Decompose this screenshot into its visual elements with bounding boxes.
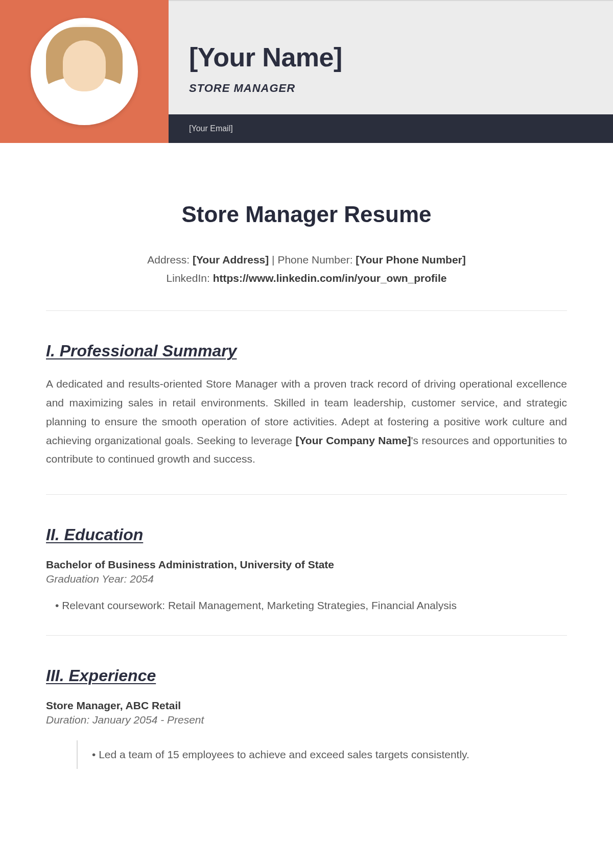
divider (46, 310, 567, 311)
experience-bullets: • Led a team of 15 employees to achieve … (77, 740, 567, 769)
experience-job-title: Store Manager, ABC Retail (46, 700, 567, 712)
contact-separator: | (269, 254, 277, 266)
phone-value: [Your Phone Number] (356, 254, 465, 266)
education-degree: Bachelor of Business Administration, Uni… (46, 559, 567, 571)
section-heading-education: II. Education (46, 525, 567, 544)
company-placeholder: [Your Company Name] (295, 435, 411, 446)
education-grad-year: Graduation Year: 2054 (46, 573, 567, 585)
document-title: Store Manager Resume (46, 202, 567, 227)
candidate-role: STORE MANAGER (189, 82, 593, 95)
linkedin-value: https://www.linkedin.com/in/your_own_pro… (213, 272, 447, 284)
experience-bullet: • Led a team of 15 employees to achieve … (92, 745, 567, 764)
education-coursework: • Relevant coursework: Retail Management… (46, 596, 567, 615)
candidate-name: [Your Name] (189, 42, 593, 73)
divider (46, 494, 567, 495)
email-text: [Your Email] (189, 124, 233, 133)
name-block: [Your Name] STORE MANAGER [Your Email] (169, 0, 613, 143)
experience-duration: Duration: January 2054 - Present (46, 714, 567, 726)
profile-avatar (31, 18, 138, 125)
contact-line: Address: [Your Address] | Phone Number: … (46, 251, 567, 287)
name-top: [Your Name] STORE MANAGER (169, 0, 613, 114)
email-bar: [Your Email] (169, 114, 613, 143)
phone-label: Phone Number: (277, 254, 356, 266)
divider (46, 635, 567, 636)
resume-body: Store Manager Resume Address: [Your Addr… (0, 202, 613, 789)
section-heading-experience: III. Experience (46, 666, 567, 685)
linkedin-label: LinkedIn: (167, 272, 213, 284)
photo-block (0, 0, 169, 143)
resume-header: [Your Name] STORE MANAGER [Your Email] (0, 0, 613, 143)
address-value: [Your Address] (193, 254, 269, 266)
address-label: Address: (147, 254, 193, 266)
summary-text: A dedicated and results-oriented Store M… (46, 375, 567, 469)
section-heading-summary: I. Professional Summary (46, 342, 567, 360)
